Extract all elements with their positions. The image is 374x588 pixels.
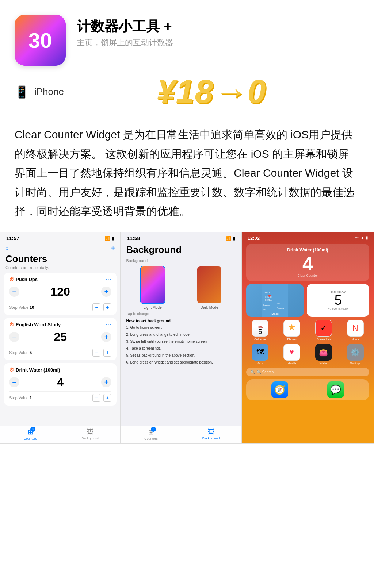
svg-text:Seoul: Seoul [264, 291, 270, 293]
app-item-maps[interactable]: 🗺 Maps [246, 344, 274, 365]
battery-icon-2: ▮ [233, 236, 235, 241]
counter-menu-water[interactable]: ··· [106, 367, 111, 373]
cal-no-events: No events today [328, 307, 349, 310]
wifi-icon-1: 📶 [105, 236, 110, 241]
app-label-settings: Settings [350, 362, 360, 365]
bg-preview-dark[interactable]: Dark Mode [183, 266, 236, 310]
counter-card-water: ⏱ Drink Water (100ml) ··· − 4 + Step Val… [4, 363, 117, 406]
step-inc-water[interactable]: + [103, 394, 111, 402]
tab-background-label-1: Background [81, 437, 99, 440]
app-item-settings[interactable]: ⚙️ Settings [341, 344, 369, 365]
price-banner: ¥18→0 [157, 73, 266, 111]
tab-badge-counters-2: 3 [151, 427, 156, 432]
app-item-reminders[interactable]: ✓ Reminders [309, 320, 337, 341]
screen-ios-home: 12:02 ···· ▲ ▮ Drink Water (100ml) 4 Cle… [241, 232, 374, 444]
background-tab-icon-1: 🖼 [87, 428, 94, 436]
bg-content: Background Light Mode Dark Mode Tap to c… [121, 258, 241, 365]
increment-water[interactable]: + [101, 377, 111, 387]
step-inc-pushups[interactable]: + [103, 303, 111, 311]
increment-english[interactable]: + [101, 332, 111, 342]
counter-value-english: 25 [54, 330, 67, 344]
tab-background-label-2: Background [202, 437, 220, 440]
counter-icon-english: ⏱ [9, 322, 14, 327]
safari-icon: 🧭 [274, 385, 285, 395]
step-controls-pushups: − + [92, 303, 111, 311]
screen-counters: 11:57 📶 ▮ ↕ + Counters Counters are rese… [0, 232, 121, 444]
counter-icon-water: ⏱ [9, 367, 14, 373]
how-to-step-4: 4. Take a screenshot. [126, 346, 236, 351]
dock-messages[interactable]: 💬 [327, 381, 344, 398]
app-label-photos: Photos [287, 338, 297, 341]
status-bar-3: 12:02 ···· ▲ ▮ [242, 232, 374, 242]
app-item-news[interactable]: N News [341, 320, 369, 341]
increment-pushups[interactable]: + [101, 287, 111, 297]
step-row-pushups: Step Value 10 − + [9, 301, 111, 311]
counter-name-english: ⏱ English Word Study [9, 322, 61, 327]
app-icon-img-maps: 🗺 [252, 344, 268, 361]
dw-label: Clear Counter [251, 274, 364, 277]
counter-value-pushups: 120 [51, 285, 70, 299]
tab-badge-counters: 3 [30, 427, 35, 432]
step-dec-english[interactable]: − [92, 349, 100, 357]
wifi-icon-2: 📶 [226, 236, 231, 241]
counter-controls-english: − 25 + [9, 330, 111, 345]
decrement-water[interactable]: − [9, 377, 19, 387]
step-controls-water: − + [92, 394, 111, 402]
step-row-english: Step Value 5 − + [9, 346, 111, 357]
step-label-english: Step Value 5 [9, 350, 32, 355]
app-item-photos[interactable]: Photos [278, 320, 306, 341]
status-icons-2: 📶 ▮ [226, 236, 235, 241]
screen-background: 11:58 📶 ▮ Background Background Light Mo… [121, 232, 241, 444]
app-icon-img-photos [283, 320, 300, 337]
tab-background-1[interactable]: 🖼 Background [60, 428, 120, 441]
app-item-calendar[interactable]: TUE 5 Calendar [246, 320, 274, 341]
step-controls-english: − + [92, 349, 111, 357]
bg-title: Background [121, 243, 241, 258]
tab-background-2[interactable]: 🖼 Background [181, 428, 241, 441]
step-inc-english[interactable]: + [103, 349, 111, 357]
add-icon[interactable]: + [111, 244, 115, 253]
bg-gradient-dark [197, 266, 221, 303]
counter-menu-english[interactable]: ··· [106, 322, 111, 328]
bg-preview-img-light [140, 266, 165, 304]
counter-card-pushups: ⏱ Push Ups ··· − 120 + Step Value 10 − + [4, 273, 117, 315]
dw-title: Drink Water (100ml) [251, 247, 364, 253]
step-row-water: Step Value 1 − + [9, 391, 111, 402]
how-to-title: How to set background [126, 319, 236, 323]
app-item-wallet[interactable]: 👛 Wallet [309, 344, 337, 365]
bg-preview-light[interactable]: Light Mode [126, 266, 179, 310]
decrement-english[interactable]: − [9, 332, 19, 342]
app-icon-img-settings: ⚙️ [347, 344, 364, 361]
tab-bar-2: ⊞ 3 Counters 🖼 Background [121, 426, 241, 443]
bg-label-dark: Dark Mode [201, 305, 218, 310]
counter-controls-pushups: − 120 + [9, 284, 111, 299]
bg-preview-img-dark [196, 266, 222, 304]
battery-icon-1: ▮ [112, 236, 114, 241]
app-item-health[interactable]: ♥ Health [278, 344, 306, 365]
messages-icon: 💬 [330, 385, 341, 395]
dock-safari[interactable]: 🧭 [271, 381, 288, 398]
decrement-pushups[interactable]: − [9, 287, 19, 297]
status-icons-3: ···· ▲ ▮ [355, 235, 368, 241]
search-bar-ios[interactable]: 🔍 🔍 Search [246, 368, 369, 376]
step-dec-pushups[interactable]: − [92, 303, 100, 311]
cal-number: 5 [335, 294, 342, 307]
step-dec-water[interactable]: − [92, 394, 100, 402]
tab-counters-1[interactable]: ⊞ 3 Counters [0, 428, 60, 441]
counter-name-pushups: ⏱ Push Ups [9, 277, 38, 282]
drink-water-widget: Drink Water (100ml) 4 Clear Counter [246, 244, 369, 281]
counter-menu-pushups[interactable]: ··· [106, 276, 111, 283]
wifi-icon-3: ▲ [360, 235, 365, 240]
step-value-english: 5 [30, 350, 32, 355]
app-icon-img-wallet: 👛 [315, 344, 332, 361]
refresh-icon[interactable]: ↕ [5, 245, 8, 251]
step-label-water: Step Value 1 [9, 396, 32, 400]
tap-to-change: Tap to change [126, 312, 236, 316]
app-grid-row1: TUE 5 Calendar Photos ✓ Reminders [242, 320, 374, 341]
bg-section-label: Background [126, 258, 236, 263]
step-label-pushups: Step Value 10 [9, 305, 34, 310]
time-3: 12:02 [248, 235, 260, 241]
step-value-water: 1 [30, 396, 32, 400]
map-widget-label: Maps [246, 312, 304, 315]
tab-counters-2[interactable]: ⊞ 3 Counters [121, 428, 181, 441]
